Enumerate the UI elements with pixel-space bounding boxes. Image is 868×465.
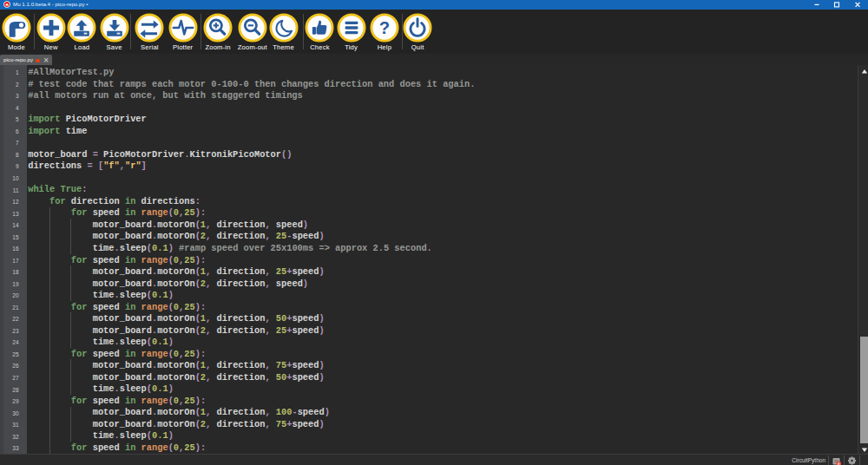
svg-text:?: ? [379, 17, 390, 36]
